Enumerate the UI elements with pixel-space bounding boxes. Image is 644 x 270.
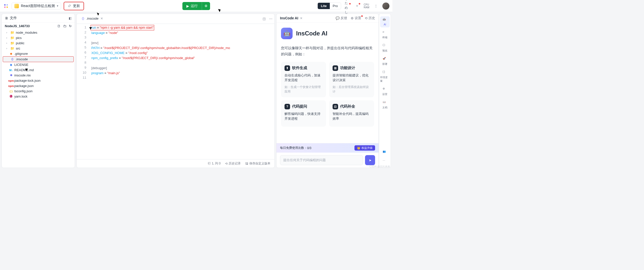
rail-环境变量[interactable]: { }环境变量 xyxy=(380,69,390,84)
rail-community[interactable]: 👥 xyxy=(380,149,390,156)
refresh-icon[interactable]: ↻ xyxy=(69,24,72,28)
cursor-position: 行 1, 列 0 xyxy=(208,161,221,166)
ai-card-1[interactable]: ⊞功能设计提供智能功能建议，优化设计决策如：后台管理系统该如何设计 xyxy=(329,62,374,97)
plan-lite[interactable]: Lite xyxy=(318,3,330,9)
rail-设置[interactable]: ⚙设置 xyxy=(380,86,390,98)
gear-icon: ⚙ xyxy=(205,4,208,8)
feedback-link[interactable]: 💬 反馈 xyxy=(336,16,347,20)
topbar: React面部特征点检测 ▾ 更新 ▶ 运行 ⚙ Lite Pro �ためし ✧ xyxy=(0,0,392,12)
collapse-panel-icon[interactable]: ◧ xyxy=(69,16,72,20)
more-icon[interactable]: ⋮ xyxy=(373,3,379,9)
svg-point-2 xyxy=(4,6,6,8)
file-inscode-nix[interactable]: ❋inscode.nix xyxy=(2,73,75,78)
file-package-lock-json[interactable]: npmpackage-lock.json xyxy=(2,78,75,83)
rail-部署[interactable]: 🚀部署 xyxy=(380,56,390,67)
resource-meter: CPU RAM xyxy=(364,3,369,9)
file-panel: 🗎 文件 ◧ NodeJS_146733 🗋 🗀 ↻ ›📁node_module… xyxy=(2,14,75,168)
project-icon xyxy=(14,4,19,8)
rail-文档[interactable]: 📖文档 xyxy=(380,99,390,111)
file-README-md[interactable]: М↓README.md xyxy=(2,67,75,73)
update-button[interactable]: 更新 xyxy=(64,2,84,10)
history-link[interactable]: ⟲ 历史 xyxy=(365,16,375,20)
run-controls: ▶ 运行 ⚙ xyxy=(182,2,210,10)
ai-robot-icon: 🤖 xyxy=(281,28,293,39)
new-folder-icon[interactable]: 🗀 xyxy=(63,24,66,28)
ai-card-0[interactable]: ⬆软件生成自动生成核心代码，加速开发流程如：生成一个饮食计划管理应用 xyxy=(281,62,326,97)
svg-point-0 xyxy=(4,4,6,6)
editor-tab-inscode[interactable]: ⟨⟩ .inscode ✕ xyxy=(79,15,106,23)
inscode-file-icon: ⟨⟩ xyxy=(82,17,84,20)
rail-more[interactable]: ⋯ xyxy=(380,158,390,165)
upgrade-button[interactable]: 👑 权益升级 xyxy=(354,145,375,151)
invite-icon[interactable]: ✧ xyxy=(354,3,360,9)
ai-brand-title: InsCode AI xyxy=(296,30,327,37)
ai-intro-text: 您可以像聊天一样与我对话，并提出任何与代码和编程相关的问题，例如： xyxy=(281,45,374,57)
settings-link[interactable]: ⚙ 设置 xyxy=(351,16,361,20)
ai-card-3[interactable]: ⊡代码补全智能补全代码，提高编码效率 xyxy=(329,100,374,127)
svg-point-1 xyxy=(7,4,8,6)
close-icon[interactable]: ✕ xyxy=(300,16,303,20)
notification-icon[interactable]: �ためし xyxy=(345,3,351,9)
project-root: NodeJS_146733 xyxy=(5,24,30,28)
right-rail: 🤖AI⎚终端🖵预览🚀部署{ }环境变量⚙设置📖文档👥⋯ xyxy=(379,14,391,168)
editor-panel: ⟨⟩ .inscode ✕ ◫ ⋯ 1234567891011 run = "n… xyxy=(76,14,275,168)
send-button[interactable]: ➤ xyxy=(365,155,375,165)
run-settings-button[interactable]: ⚙ xyxy=(202,2,210,10)
ai-prompt-input[interactable]: 提出任何关于代码编程的问题 xyxy=(280,155,363,165)
file-tree: ›📁node_modules›📁pics›📁public›📁src◆.gitig… xyxy=(2,29,75,100)
file-yarn-lock[interactable]: 🧶yarn.lock xyxy=(2,94,75,99)
code-editor[interactable]: 1234567891011 run = "npm i -g yarn && ya… xyxy=(77,24,274,159)
ai-panel-title: InsCode AI xyxy=(280,16,298,20)
file-tsconfig-json[interactable]: { }tsconfig.json xyxy=(2,88,75,94)
file-package-json[interactable]: npmpackage.json xyxy=(2,83,75,88)
folder-src[interactable]: ›📁src xyxy=(2,46,75,51)
ai-card-2[interactable]: ?代码提问解答编码问题，快速支持开发进程 xyxy=(281,100,326,127)
chevron-down-icon: ▾ xyxy=(57,4,58,8)
close-icon[interactable]: ✕ xyxy=(100,17,103,20)
project-name: React面部特征点检测 xyxy=(21,4,55,8)
folder-node_modules[interactable]: ›📁node_modules xyxy=(2,30,75,35)
rail-AI[interactable]: 🤖AI xyxy=(380,16,390,27)
svg-point-3 xyxy=(7,6,8,8)
quota-bar: 每日免费使用次数：0/3 👑 权益升级 xyxy=(276,143,379,153)
more-tab-icon[interactable]: ⋯ xyxy=(269,17,272,21)
ai-panel: InsCode AI ✕ 💬 反馈 ⚙ 设置 ⟲ 历史 🤖 InsCode AI… xyxy=(276,14,379,168)
update-label: 更新 xyxy=(73,4,80,8)
file-panel-title: 🗎 文件 xyxy=(5,16,17,20)
save-version-link[interactable]: 🖫 保存自定义版本 xyxy=(245,161,270,166)
run-label: 运行 xyxy=(191,4,198,8)
folder-pics[interactable]: ›📁pics xyxy=(2,35,75,40)
split-icon[interactable]: ◫ xyxy=(263,17,266,21)
user-avatar[interactable] xyxy=(382,3,389,10)
rail-预览[interactable]: 🖵预览 xyxy=(380,42,390,54)
history-link[interactable]: ⟲ 历史记录 xyxy=(225,161,241,166)
folder-public[interactable]: ›📁public xyxy=(2,40,75,46)
file-LICENSE[interactable]: 🗎LICENSE xyxy=(2,62,75,67)
file--inscode[interactable]: ⟨⟩.inscode xyxy=(3,56,74,62)
file--gitignore[interactable]: ◆.gitignore xyxy=(2,51,75,56)
project-selector[interactable]: React面部特征点检测 ▾ xyxy=(12,3,61,10)
plan-toggle: Lite Pro xyxy=(317,3,341,9)
rocket-icon xyxy=(68,4,71,8)
new-file-icon[interactable]: 🗋 xyxy=(57,24,61,28)
watermark: CSDN @买药弟弟 xyxy=(370,165,390,168)
app-logo[interactable] xyxy=(3,3,9,9)
run-button[interactable]: ▶ 运行 xyxy=(182,2,202,10)
tab-label: .inscode xyxy=(86,17,98,20)
play-icon: ▶ xyxy=(186,4,189,8)
plan-pro[interactable]: Pro xyxy=(330,3,341,9)
file-icon: 🗎 xyxy=(5,16,8,20)
rail-终端[interactable]: ⎚终端 xyxy=(380,29,390,41)
